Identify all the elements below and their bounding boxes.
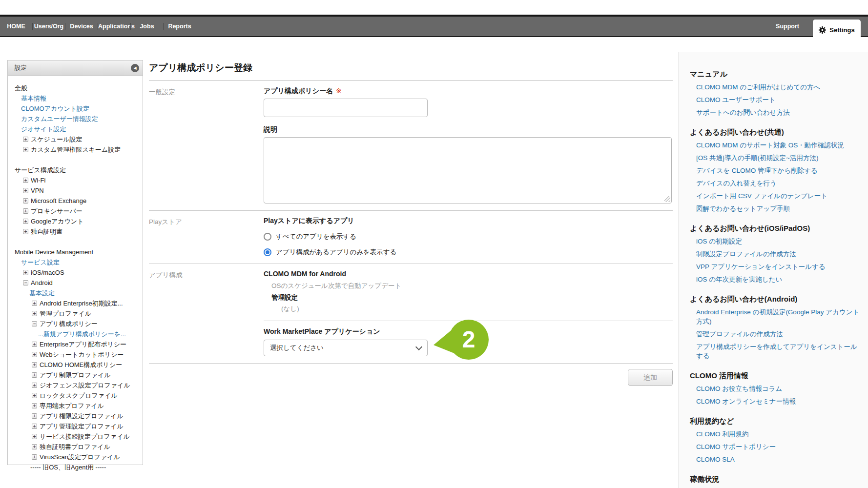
- plus-icon[interactable]: +: [23, 137, 28, 142]
- tree-link-service-settings[interactable]: サービス設定: [15, 257, 141, 267]
- plus-icon[interactable]: +: [32, 393, 37, 398]
- help-link[interactable]: 図解でわかるセットアップ手順: [690, 204, 860, 213]
- plus-icon[interactable]: +: [32, 434, 37, 439]
- plus-icon[interactable]: +: [32, 372, 37, 378]
- help-link[interactable]: 管理プロファイルの作成方法: [690, 329, 860, 339]
- tree-link-android-basic[interactable]: 基本設定: [15, 288, 141, 298]
- plus-icon[interactable]: +: [23, 208, 28, 214]
- help-link[interactable]: インポート用 CSV ファイルのテンプレート: [690, 191, 860, 201]
- help-section-header: 稼働状況: [690, 475, 860, 484]
- tree-group-general: 全般: [15, 83, 141, 93]
- tree-link-new-app-config-policy[interactable]: ...新規アプリ構成ポリシーを...: [15, 329, 141, 339]
- nav-applications[interactable]: Applications: [98, 23, 130, 30]
- plus-icon[interactable]: +: [32, 342, 37, 347]
- settings-tree: 全般 基本情報 CLOMOアカウント設定 カスタムユーザー情報設定 ジオサイト設…: [8, 76, 143, 479]
- help-link[interactable]: CLOMO SLA: [690, 455, 860, 464]
- nav-reports[interactable]: Reports: [164, 23, 196, 30]
- tree-node-managed-profile[interactable]: +管理プロファイル: [15, 308, 141, 319]
- work-marketplace-select[interactable]: 選択してください: [264, 340, 428, 356]
- help-link[interactable]: CLOMO ユーザーサポート: [690, 95, 860, 104]
- minus-icon[interactable]: −: [23, 280, 28, 285]
- help-link[interactable]: CLOMO お役立ち情報コラム: [690, 384, 860, 393]
- help-link[interactable]: CLOMO MDM のご利用がはじめての方へ: [690, 82, 860, 92]
- tree-node-android[interactable]: −Android: [15, 278, 141, 288]
- help-link[interactable]: Android Enterprise の初期設定(Google Play アカウ…: [690, 307, 860, 326]
- tree-node-virusscan-profile[interactable]: +VirusScan設定プロファイル: [15, 452, 141, 462]
- plus-icon[interactable]: +: [23, 147, 28, 152]
- radio-selected-icon[interactable]: [264, 248, 271, 256]
- nav-jobs[interactable]: Jobs: [131, 23, 163, 30]
- plus-icon[interactable]: +: [32, 454, 37, 460]
- help-link[interactable]: 制限設定プロファイルの作成方法: [690, 249, 860, 259]
- sidebar-collapse-button[interactable]: ◀: [131, 64, 139, 72]
- tree-node-ios-macos[interactable]: +iOS/macOS: [15, 267, 141, 278]
- tree-node-enterprise-app-policy[interactable]: +Enterpriseアプリ配布ポリシー: [15, 339, 141, 349]
- tree-link-basic-info[interactable]: 基本情報: [15, 93, 141, 103]
- help-link[interactable]: VPP アプリケーションをインストールする: [690, 262, 860, 271]
- tree-node-custom-cert[interactable]: +独自証明書: [15, 226, 141, 237]
- tree-node-schedule[interactable]: +スケジュール設定: [15, 134, 141, 144]
- help-link[interactable]: CLOMO 利用規約: [690, 429, 860, 439]
- add-button[interactable]: 追加: [628, 369, 673, 386]
- plus-icon[interactable]: +: [32, 362, 37, 367]
- tree-node-android-enterprise-init[interactable]: +Android Enterprise初期設定...: [15, 298, 141, 308]
- tree-node-app-restriction-profile[interactable]: +アプリ制限プロファイル: [15, 370, 141, 380]
- tree-link-custom-user-info[interactable]: カスタムユーザー情報設定: [15, 114, 141, 124]
- gear-icon: [819, 26, 826, 34]
- tree-node-ms-exchange[interactable]: +Microsoft Exchange: [15, 196, 141, 206]
- plus-icon[interactable]: +: [32, 352, 37, 357]
- radio-show-configured-apps[interactable]: アプリ構成があるアプリのみを表示する: [264, 248, 673, 257]
- tree-link-clomo-account[interactable]: CLOMOアカウント設定: [15, 103, 141, 114]
- tree-node-custom-cert-profile[interactable]: +独自証明書プロファイル: [15, 442, 141, 452]
- nav-users-org[interactable]: Users/Org: [33, 23, 65, 30]
- help-link[interactable]: [OS 共通]導入の手順(初期設定~活用方法): [690, 153, 860, 163]
- nav-support[interactable]: Support: [776, 17, 799, 36]
- tree-node-app-management-profile[interactable]: +アプリ管理設定プロファイル: [15, 421, 141, 431]
- help-link[interactable]: デバイスの入れ替えを行う: [690, 179, 860, 188]
- help-link[interactable]: iOS の初期設定: [690, 237, 860, 246]
- tree-node-clomo-home-policy[interactable]: +CLOMO HOME構成ポリシー: [15, 360, 141, 370]
- plus-icon[interactable]: +: [23, 188, 28, 193]
- help-link[interactable]: アプリ構成ポリシーを作成してアプリをインストールする: [690, 342, 860, 361]
- help-link[interactable]: CLOMO サポートポリシー: [690, 442, 860, 451]
- plus-icon[interactable]: +: [32, 444, 37, 449]
- tree-node-geofence-profile[interactable]: +ジオフェンス設定プロファイル: [15, 380, 141, 390]
- description-textarea[interactable]: [264, 137, 672, 203]
- policy-name-input[interactable]: [264, 99, 428, 117]
- plus-icon[interactable]: +: [23, 270, 28, 275]
- help-link[interactable]: iOS の年次更新を実施したい: [690, 275, 860, 284]
- plus-icon[interactable]: +: [32, 403, 37, 408]
- tab-settings[interactable]: Settings: [813, 20, 861, 40]
- tree-node-wifi[interactable]: +Wi-Fi: [15, 175, 141, 185]
- nav-home[interactable]: HOME: [0, 23, 32, 30]
- plus-icon[interactable]: +: [23, 219, 28, 224]
- help-link[interactable]: CLOMO MDM のサポート対象 OS・動作確認状況: [690, 141, 860, 150]
- radio-unselected-icon[interactable]: [264, 233, 271, 241]
- tree-node-custom-admin-scheme[interactable]: +カスタム管理権限スキーム設定: [15, 144, 141, 155]
- tree-node-service-connection-profile[interactable]: +サービス接続設定プロファイル: [15, 431, 141, 442]
- minus-icon[interactable]: −: [32, 321, 37, 326]
- tree-node-web-shortcut-policy[interactable]: +Webショートカットポリシー: [15, 349, 141, 360]
- tree-link-geosite[interactable]: ジオサイト設定: [15, 124, 141, 134]
- plus-icon[interactable]: +: [32, 424, 37, 429]
- tree-node-dedicated-device-profile[interactable]: +専用端末プロファイル: [15, 401, 141, 411]
- help-link[interactable]: サポートへのお問い合わせ方法: [690, 108, 860, 117]
- help-link[interactable]: デバイスを CLOMO 管理下から削除する: [690, 166, 860, 175]
- plus-icon[interactable]: +: [23, 229, 28, 234]
- tree-node-app-config-policy[interactable]: −アプリ構成ポリシー: [15, 319, 141, 329]
- plus-icon[interactable]: +: [23, 178, 28, 183]
- help-link[interactable]: CLOMO オンラインセミナー情報: [690, 397, 860, 406]
- tree-node-vpn[interactable]: +VPN: [15, 185, 141, 196]
- radio-show-all-apps[interactable]: すべてのアプリを表示する: [264, 232, 673, 241]
- tree-node-google-account[interactable]: +Googleアカウント: [15, 216, 141, 226]
- plus-icon[interactable]: +: [32, 301, 37, 306]
- plus-icon[interactable]: +: [32, 383, 37, 388]
- plus-icon[interactable]: +: [23, 198, 28, 203]
- nav-devices[interactable]: Devices: [65, 23, 98, 30]
- plus-icon[interactable]: +: [32, 311, 37, 316]
- tree-group-mdm: Mobile Device Management: [15, 247, 141, 257]
- plus-icon[interactable]: +: [32, 413, 37, 419]
- tree-node-locktask-profile[interactable]: +ロックタスクプロファイル: [15, 390, 141, 401]
- tree-node-proxy[interactable]: +プロキシサーバー: [15, 206, 141, 216]
- tree-node-app-permission-profile[interactable]: +アプリ権限設定プロファイル: [15, 411, 141, 421]
